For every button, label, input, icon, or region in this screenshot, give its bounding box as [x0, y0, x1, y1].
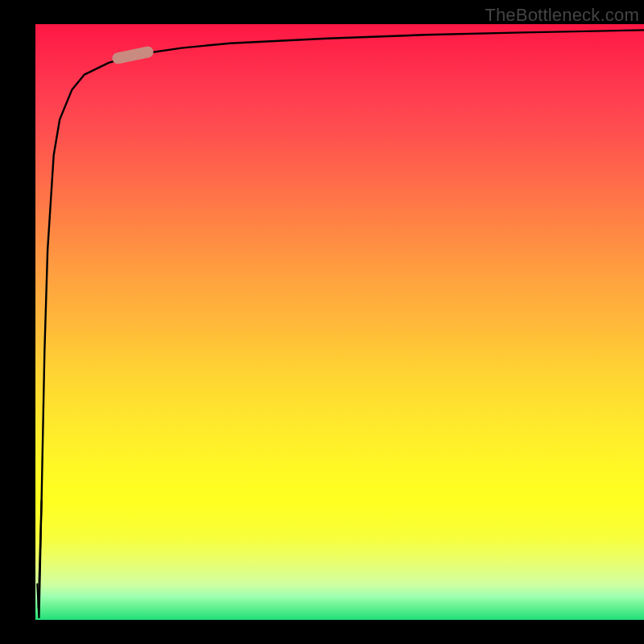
- curve-marker-pill: [111, 45, 155, 64]
- watermark-text: TheBottleneck.com: [485, 5, 639, 26]
- chart-frame: TheBottleneck.com: [0, 0, 644, 644]
- curve-group: [37, 30, 644, 618]
- initial-drop: [37, 501, 41, 618]
- bottleneck-curve: [39, 30, 644, 608]
- chart-svg: [35, 24, 644, 620]
- curve-marker: [111, 45, 155, 64]
